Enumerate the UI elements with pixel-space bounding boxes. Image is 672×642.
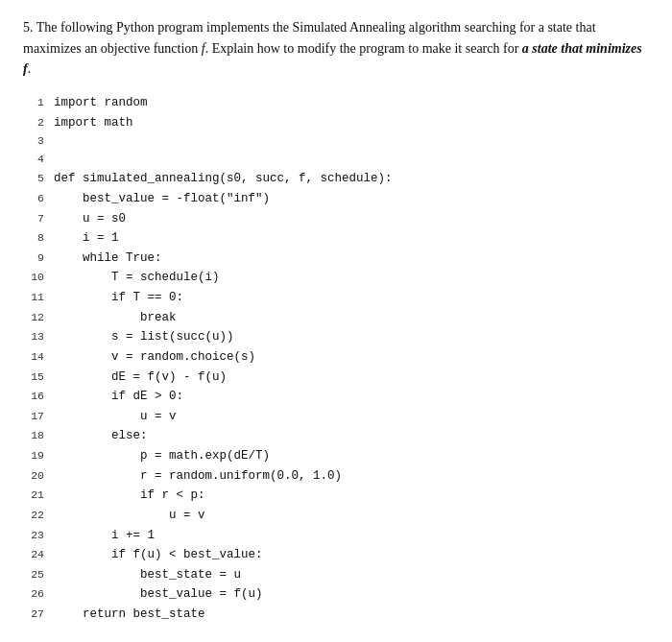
line-number: 25 [23, 566, 44, 584]
code-block: 1import random2import math345def simulat… [23, 93, 649, 625]
question-number: 5. [23, 20, 34, 35]
line-code: if f(u) < best_value: [54, 545, 263, 565]
line-number: 5 [23, 170, 44, 188]
line-code: u = v [54, 407, 177, 427]
line-code: p = math.exp(dE/T) [54, 446, 270, 466]
line-number: 22 [23, 507, 44, 525]
code-line: 5def simulated_annealing(s0, succ, f, sc… [23, 169, 649, 189]
line-code: def simulated_annealing(s0, succ, f, sch… [54, 169, 393, 189]
line-number: 6 [23, 190, 44, 208]
code-line: 18 else: [23, 426, 649, 446]
line-number: 14 [23, 348, 44, 367]
line-number: 13 [23, 328, 44, 346]
line-number: 24 [23, 546, 44, 564]
code-line: 9 while True: [23, 249, 649, 269]
line-code: import random [54, 93, 148, 113]
line-code: u = s0 [54, 209, 126, 229]
line-number: 19 [23, 447, 44, 465]
code-line: 10 T = schedule(i) [23, 268, 649, 288]
line-code: s = list(succ(u)) [54, 327, 234, 347]
line-code: r = random.uniform(0.0, 1.0) [54, 466, 342, 487]
code-line: 13 s = list(succ(u)) [23, 327, 649, 347]
question-block: 5. The following Python program implemen… [23, 17, 649, 80]
line-code: T = schedule(i) [54, 268, 220, 288]
code-line: 26 best_value = f(u) [23, 584, 649, 605]
line-number: 17 [23, 408, 44, 426]
line-number: 3 [23, 132, 44, 151]
line-number: 23 [23, 527, 44, 545]
code-line: 3 [23, 132, 649, 151]
line-number: 9 [23, 250, 44, 268]
line-code: break [54, 308, 177, 328]
line-number: 1 [23, 94, 44, 112]
code-line: 8 i = 1 [23, 228, 649, 249]
code-line: 27 return best_state [23, 605, 649, 625]
line-number: 21 [23, 487, 44, 505]
code-line: 24 if f(u) < best_value: [23, 545, 649, 565]
line-code: v = random.choice(s) [54, 347, 255, 368]
code-line: 4 [23, 151, 649, 169]
line-number: 4 [23, 151, 44, 169]
code-line: 21 if r < p: [23, 486, 649, 506]
code-line: 2import math [23, 113, 649, 133]
line-code: if dE > 0: [54, 387, 183, 407]
line-code: best_value = -float("inf") [54, 189, 270, 209]
line-number: 12 [23, 309, 44, 327]
code-line: 20 r = random.uniform(0.0, 1.0) [23, 466, 649, 487]
line-number: 27 [23, 606, 44, 624]
line-code: if r < p: [54, 486, 205, 506]
code-line: 6 best_value = -float("inf") [23, 189, 649, 209]
line-number: 26 [23, 585, 44, 604]
code-line: 15 dE = f(v) - f(u) [23, 368, 649, 388]
line-number: 18 [23, 427, 44, 445]
code-line: 22 u = v [23, 506, 649, 526]
line-number: 8 [23, 229, 44, 248]
line-number: 20 [23, 467, 44, 486]
code-line: 25 best_state = u [23, 565, 649, 585]
line-code: u = v [54, 506, 205, 526]
code-line: 16 if dE > 0: [23, 387, 649, 407]
code-line: 12 break [23, 308, 649, 328]
line-code: i += 1 [54, 526, 155, 546]
line-number: 15 [23, 369, 44, 387]
line-code: if T == 0: [54, 288, 183, 308]
line-code: best_state = u [54, 565, 241, 585]
code-line: 1import random [23, 93, 649, 113]
code-line: 14 v = random.choice(s) [23, 347, 649, 368]
line-code: i = 1 [54, 228, 119, 249]
line-code: while True: [54, 249, 162, 269]
code-line: 23 i += 1 [23, 526, 649, 546]
code-line: 19 p = math.exp(dE/T) [23, 446, 649, 466]
line-code: best_value = f(u) [54, 584, 263, 605]
line-number: 16 [23, 388, 44, 406]
question-text: 5. The following Python program implemen… [23, 17, 649, 80]
code-line: 7 u = s0 [23, 209, 649, 229]
line-number: 10 [23, 269, 44, 287]
code-line: 11 if T == 0: [23, 288, 649, 308]
line-number: 7 [23, 210, 44, 228]
line-code: return best_state [54, 605, 205, 625]
line-number: 11 [23, 289, 44, 307]
line-code: dE = f(v) - f(u) [54, 368, 227, 388]
line-number: 2 [23, 114, 44, 132]
line-code: import math [54, 113, 133, 133]
code-line: 17 u = v [23, 407, 649, 427]
line-code: else: [54, 426, 148, 446]
